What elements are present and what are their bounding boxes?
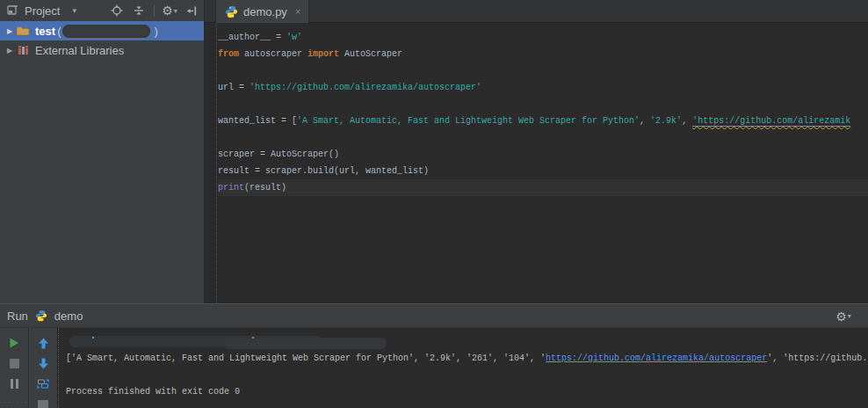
code-token: '2.9k' bbox=[650, 116, 682, 126]
run-toolbar: ······· bbox=[0, 328, 29, 408]
code-token: scraper = AutoScraper() bbox=[218, 149, 339, 159]
project-tool-window: Project ▾ ⚙▾ ▶ bbox=[0, 0, 205, 303]
editor-gutter bbox=[205, 23, 217, 303]
console-text: ['A Smart, Automatic, Fast and Lightweig… bbox=[66, 353, 546, 363]
code-line[interactable]: result = scraper.build(url, wanted_list) bbox=[218, 163, 868, 179]
code-token: wanted_list = [ bbox=[218, 116, 297, 126]
toolbar-separator bbox=[154, 5, 155, 17]
code-line[interactable] bbox=[218, 129, 868, 146]
redaction-speck bbox=[252, 337, 254, 339]
code-token: url = bbox=[218, 83, 250, 92]
gear-glyph: ⚙ bbox=[162, 4, 173, 17]
expand-arrow-icon[interactable]: ▶ bbox=[4, 47, 16, 55]
code-token: import bbox=[307, 49, 344, 59]
tab-demo-py[interactable]: demo.py × bbox=[215, 0, 309, 23]
toolbar-drag-dots: ······· bbox=[0, 398, 28, 406]
rerun-button[interactable] bbox=[7, 336, 21, 350]
code-token: , bbox=[682, 116, 692, 126]
python-run-icon bbox=[34, 309, 48, 323]
down-stack-trace-button[interactable] bbox=[36, 357, 50, 369]
code-token: 'https://github.com/alirezamika/autoscra… bbox=[250, 83, 481, 92]
console-text: Process finished with exit code 0 bbox=[66, 387, 240, 397]
stop-square-icon bbox=[10, 359, 19, 368]
editor-tab-bar: demo.py × bbox=[205, 0, 868, 23]
redaction-speck bbox=[92, 337, 94, 339]
code-token: 'https://github.com/alirezamik bbox=[692, 116, 850, 127]
console-line bbox=[66, 367, 868, 383]
code-token: print bbox=[218, 183, 244, 193]
console-line: Process finished with exit code 0 bbox=[66, 383, 868, 400]
expand-arrow-icon[interactable]: ▶ bbox=[4, 27, 16, 35]
pycharm-window: Project ▾ ⚙▾ ▶ bbox=[0, 0, 868, 408]
code-line-caret[interactable]: print(result) bbox=[218, 179, 868, 196]
console-output: ['A Smart, Automatic, Fast and Lightweig… bbox=[58, 328, 868, 408]
collapse-all-icon[interactable] bbox=[132, 4, 146, 18]
tool-window-icon bbox=[5, 4, 19, 18]
project-panel-title: Project bbox=[25, 4, 60, 18]
console-hyperlink[interactable]: https://github.com/alirezamika/autoscrap… bbox=[546, 353, 767, 363]
redacted-project-path bbox=[62, 25, 150, 38]
hide-panel-icon[interactable] bbox=[184, 4, 199, 18]
run-panel-body: ······· ['A Smart, Automatic, Fast and L… bbox=[0, 328, 868, 408]
code-line[interactable]: __author__ = 'w' bbox=[218, 29, 868, 46]
pause-icon bbox=[11, 379, 18, 389]
stop-button[interactable] bbox=[7, 356, 21, 370]
code-line[interactable] bbox=[218, 96, 868, 113]
redacted-command-line-2 bbox=[224, 338, 387, 349]
code-editor[interactable]: __author__ = 'w'from autoscraper import … bbox=[205, 23, 868, 303]
gear-icon[interactable]: ⚙▾ bbox=[163, 4, 177, 18]
code-token: __author__ = bbox=[218, 33, 286, 42]
code-token: , bbox=[640, 116, 650, 126]
tree-item-label: External Libraries bbox=[35, 44, 124, 57]
code-line[interactable]: scraper = AutoScraper() bbox=[218, 146, 868, 163]
clipped-toolbar-icon[interactable] bbox=[38, 400, 48, 408]
pause-output-button[interactable] bbox=[7, 376, 21, 390]
code-line[interactable]: url = 'https://github.com/alirezamika/au… bbox=[218, 79, 868, 96]
gear-glyph: ⚙ bbox=[836, 310, 847, 323]
code-token: from bbox=[218, 49, 244, 59]
tree-item-label: test bbox=[35, 25, 55, 38]
python-file-icon bbox=[224, 4, 238, 18]
code-line[interactable]: wanted_list = ['A Smart, Automatic, Fast… bbox=[218, 113, 868, 129]
code-token: autoscraper bbox=[244, 49, 307, 59]
path-paren-open: ( bbox=[57, 25, 61, 38]
close-icon[interactable]: × bbox=[295, 6, 300, 17]
gear-icon[interactable]: ⚙▾ bbox=[836, 310, 850, 324]
path-paren-close: ) bbox=[154, 25, 157, 38]
chevron-down-icon: ▾ bbox=[174, 7, 177, 15]
hide-panel-icon-partial[interactable] bbox=[857, 310, 863, 324]
console-line: ['A Smart, Automatic, Fast and Lightweig… bbox=[66, 350, 868, 367]
locate-file-icon[interactable] bbox=[110, 4, 124, 18]
run-tool-window: Run demo ⚙▾ ······· bbox=[0, 303, 868, 408]
folder-icon bbox=[16, 24, 30, 38]
tab-title: demo.py bbox=[243, 5, 287, 18]
code-token: (result) bbox=[244, 183, 286, 193]
chevron-down-icon[interactable]: ▾ bbox=[72, 6, 76, 15]
code-token: 'w' bbox=[286, 33, 302, 42]
code-area: __author__ = 'w'from autoscraper import … bbox=[218, 29, 868, 196]
console-toolbar bbox=[29, 328, 58, 408]
console-line-redacted bbox=[66, 333, 868, 350]
code-token: result = scraper.build(url, wanted_list) bbox=[218, 166, 429, 176]
project-panel-header: Project ▾ ⚙▾ bbox=[0, 0, 204, 21]
up-stack-trace-button[interactable] bbox=[36, 337, 50, 349]
code-token: AutoScraper bbox=[344, 49, 402, 59]
project-tree-item-external-libraries[interactable]: ▶ External Libraries bbox=[0, 40, 204, 60]
run-panel-title: Run bbox=[7, 310, 28, 323]
chevron-down-icon: ▾ bbox=[848, 312, 851, 320]
libraries-icon bbox=[16, 43, 30, 57]
project-view-selector[interactable]: Project ▾ bbox=[5, 4, 76, 18]
code-token: 'A Smart, Automatic, Fast and Lightweigh… bbox=[297, 116, 640, 126]
project-tree-item-test[interactable]: ▶ test ( ) bbox=[0, 21, 204, 40]
restart-console-button[interactable] bbox=[36, 378, 50, 390]
code-line[interactable] bbox=[218, 62, 868, 79]
run-panel-header: Run demo ⚙▾ bbox=[0, 304, 868, 328]
code-line[interactable]: from autoscraper import AutoScraper bbox=[218, 46, 868, 62]
console-text: ', 'https://github. bbox=[767, 353, 867, 363]
run-config-name: demo bbox=[54, 310, 83, 323]
